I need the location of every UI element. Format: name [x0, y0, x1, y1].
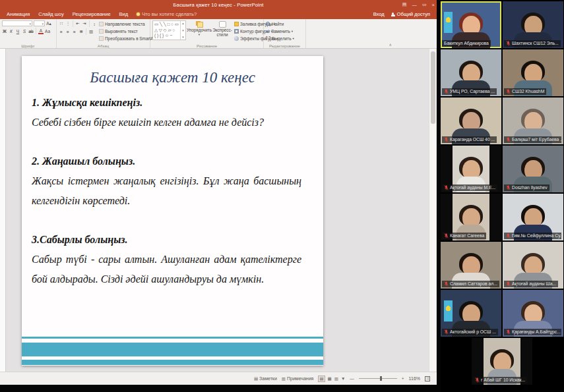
participant-tile[interactable]: Сламил Саттаров ал... — [441, 242, 501, 289]
text-direction-button[interactable]: Направление текста — [99, 21, 156, 28]
sign-in-button[interactable]: Вход — [373, 11, 385, 17]
tell-me-box[interactable]: Что вы хотите сделать? — [137, 11, 197, 17]
font-size-combo[interactable]: ▾ — [34, 20, 45, 26]
participant-name-tag: Шахтинск СШ12 Эль... — [504, 40, 561, 47]
zoom-level[interactable]: 116% — [409, 376, 420, 381]
participant-tile[interactable]: Гим.№ Сейфуллина Су... — [503, 194, 563, 240]
participant-name: Шахтинск СШ12 Эль... — [512, 40, 559, 47]
decrease-indent-icon[interactable]: ⇤ — [75, 21, 80, 27]
change-case-icon[interactable]: Аа — [45, 28, 50, 34]
arrange-button[interactable]: Упорядочить ▾ — [188, 20, 210, 42]
scroll-up-icon[interactable]: ▲ — [181, 22, 184, 25]
find-button[interactable]: Найти — [266, 20, 303, 27]
quick-styles-icon — [219, 21, 226, 28]
zoom-in-icon[interactable]: + — [402, 376, 404, 381]
tab-view[interactable]: Вид — [119, 11, 129, 17]
participant-tile[interactable]: Балқаш7 м/г Ерубаева ... — [503, 98, 563, 144]
participant-name: г Абай ШГ 10 Искак... — [481, 377, 525, 383]
slide-canvas[interactable]: Басшыға қажет 10 кеңес 1. Жұмысқа кешікп… — [22, 56, 323, 366]
participant-tile[interactable]: Караганда ОСШ 40 ... — [441, 98, 501, 144]
scrollbar-thumb[interactable] — [431, 51, 435, 124]
participant-tile[interactable]: г Абай ШГ 10 Искак... — [472, 338, 532, 385]
italic-icon[interactable]: К — [9, 28, 14, 34]
font-color-icon[interactable]: А — [38, 28, 44, 34]
vertical-scrollbar[interactable] — [429, 49, 436, 372]
text-shadow-icon[interactable]: S — [22, 28, 27, 34]
comments-toggle[interactable]: ▥ Примечания — [282, 376, 314, 381]
shapes-row-1[interactable]: ▭ ╲ ╲ □ ○ ▭ — [154, 22, 179, 27]
select-button[interactable]: Выделить ▾ — [266, 35, 303, 42]
tab-animation[interactable]: Анимация — [7, 11, 30, 17]
increase-indent-icon[interactable]: ⇥ — [82, 21, 87, 27]
participant-tile[interactable]: Актогайский р ОСШ ... — [441, 290, 501, 337]
reading-view-icon[interactable]: ▥ — [334, 376, 338, 381]
gallery-more-icon[interactable]: ▼ — [181, 36, 184, 39]
justify-icon[interactable]: ≣ — [78, 29, 84, 35]
participant-tile[interactable]: Шахтинск СШ12 Эль... — [503, 1, 563, 48]
status-bar: ▤ Заметки ▥ Примечания ▤ ▦ ▥ ▼ — + 116% — [0, 372, 437, 385]
shapes-gallery-scroll[interactable]: ▲ ▼ ▼ — [180, 21, 185, 40]
align-left-icon[interactable]: ≡ — [59, 29, 64, 35]
smartart-button[interactable]: Преобразовать в SmartArt — [99, 36, 156, 42]
restore-icon[interactable]: ▭ — [422, 2, 427, 7]
bold-icon[interactable]: Ж — [2, 28, 7, 34]
participant-name-tag: Караганда ОСШ 40 ... — [442, 136, 497, 143]
normal-view-icon[interactable]: ▤ — [318, 376, 325, 382]
thumbnail-pane-collapsed[interactable] — [0, 49, 6, 372]
lightbulb-icon — [137, 13, 140, 16]
zoom-slider-thumb[interactable] — [380, 376, 382, 381]
section-3-heading: 3.Сабырлы болыңыз. — [32, 230, 301, 250]
slideshow-view-icon[interactable]: ▼ — [341, 376, 345, 381]
columns-icon[interactable]: ▥ — [88, 29, 94, 35]
participant-tile[interactable]: СШ32 KhuashM — [503, 49, 563, 96]
shapes-row-2[interactable]: △ ▽ ◇ ▱ ○ — [154, 28, 179, 33]
shape-outline-icon — [234, 29, 239, 34]
collapse-ribbon-icon[interactable]: ∧ — [389, 42, 392, 47]
slide-sorter-view-icon[interactable]: ▦ — [328, 376, 332, 381]
grow-font-icon[interactable]: А▴ — [46, 20, 51, 26]
slide-title[interactable]: Басшыға қажет 10 кеңес — [22, 69, 323, 86]
search-icon — [266, 22, 270, 26]
ribbon-display-options-icon[interactable]: ▤ — [402, 2, 407, 7]
participant-name-tag: г Абай ШГ 10 Искак... — [473, 377, 527, 383]
participant-name: УМЦ РО, Сартаева ... — [450, 88, 495, 95]
minimize-icon[interactable]: — — [412, 3, 417, 7]
align-center-icon[interactable]: ≡ — [65, 29, 71, 35]
muted-mic-icon — [475, 378, 480, 383]
numbering-icon[interactable]: ⋮ — [65, 21, 71, 27]
tell-me-label: Что вы хотите сделать? — [142, 11, 197, 17]
close-icon[interactable]: × — [432, 3, 435, 7]
line-spacing-icon[interactable]: ↕ — [92, 21, 97, 27]
participant-name-tag: Ақтоғай ауданы М.Е... — [442, 184, 497, 191]
strikethrough-icon[interactable]: ab — [28, 28, 34, 34]
zoom-slider[interactable] — [359, 378, 397, 379]
participant-tile[interactable]: Doszhan Ilyashev — [503, 146, 563, 192]
slide-body-text[interactable]: 1. Жұмысқа кешікпеңіз. Себебі сізбен бір… — [32, 93, 301, 289]
participant-tile[interactable]: Ақтоғай ауданы Ша... — [503, 242, 563, 289]
notes-toggle[interactable]: ▤ Заметки — [254, 376, 277, 381]
participant-tile[interactable]: УМЦ РО, Сартаева ... — [441, 49, 501, 96]
select-icon — [266, 36, 270, 40]
align-text-button[interactable]: Выровнять текст — [99, 28, 156, 35]
participant-name: Қарағанды А.Байтұрс... — [512, 329, 561, 335]
participant-tile[interactable]: Ақтоғай ауданы М.Е... — [441, 146, 501, 192]
font-name-combo[interactable]: ▾ — [2, 20, 32, 26]
participant-tile[interactable]: Қарағанды А.Байтұрс... — [503, 290, 563, 337]
bullets-icon[interactable]: ∷ — [59, 21, 64, 27]
zoom-out-icon[interactable]: — — [350, 376, 354, 381]
participant-tile[interactable]: Канагат Сагеева — [441, 194, 501, 240]
tab-slideshow[interactable]: Слайд шоу — [38, 11, 63, 17]
slide-area: Басшыға қажет 10 кеңес 1. Жұмысқа кешікп… — [0, 49, 437, 372]
participant-tile[interactable]: Бакиткул Абдикирова — [441, 1, 501, 48]
section-2-body: Жақсы істермен жаңалық енгізіңіз. Бұл жа… — [32, 171, 301, 211]
shapes-gallery[interactable]: ▭ ╲ ╲ □ ○ ▭ △ ▽ ◇ ▱ ○ ( ) { } ☆ ~ ▲ ▼ ▼ — [152, 20, 186, 40]
scroll-down-icon[interactable]: ▼ — [181, 29, 184, 32]
replace-button[interactable]: ab Заменить ▾ — [266, 28, 303, 34]
align-right-icon[interactable]: ≡ — [72, 29, 77, 35]
share-button[interactable]: Общий доступ — [391, 11, 430, 17]
tab-review[interactable]: Рецензирование — [73, 11, 111, 17]
shapes-row-3[interactable]: ( ) { } ☆ ~ — [154, 34, 179, 38]
fit-slide-icon[interactable] — [425, 376, 430, 381]
quick-styles-button[interactable]: Экспресс-стили — [212, 20, 232, 42]
underline-icon[interactable]: Ч — [15, 28, 20, 34]
